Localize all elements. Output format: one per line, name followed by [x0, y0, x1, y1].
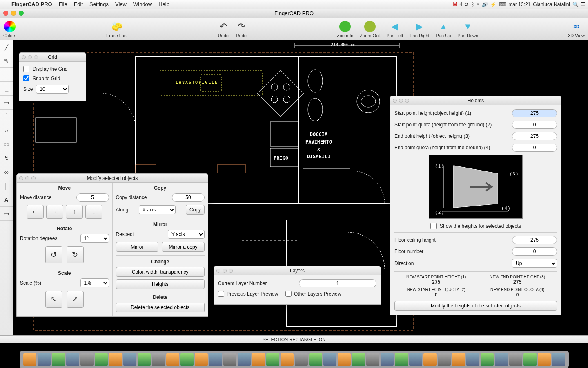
grid-size-select[interactable]: 10: [36, 85, 69, 94]
dock-app-icon[interactable]: [223, 353, 236, 366]
start-quota-input[interactable]: [512, 121, 557, 129]
dock-app-icon[interactable]: [109, 353, 122, 366]
dock-app-icon[interactable]: [409, 353, 422, 366]
dock-app-icon[interactable]: [180, 353, 194, 366]
app-name[interactable]: FingerCAD PRO: [8, 1, 56, 7]
pan-left-button[interactable]: ◀ Pan Left: [386, 21, 403, 38]
tool-infinite[interactable]: ∞: [0, 165, 13, 179]
copy-distance-input[interactable]: [172, 193, 205, 202]
pan-up-button[interactable]: ▲ Pan Up: [436, 21, 451, 38]
rotate-cw-button[interactable]: ↻: [67, 246, 84, 263]
panel-titlebar[interactable]: Layers: [214, 266, 381, 275]
tool-circle[interactable]: ○: [0, 123, 13, 137]
move-right-button[interactable]: →: [46, 205, 63, 219]
pan-right-button[interactable]: ▶ Pan Right: [410, 21, 429, 38]
dock-app-icon[interactable]: [366, 353, 379, 366]
dock-app-icon[interactable]: [281, 353, 294, 366]
dock-app-icon[interactable]: [538, 353, 551, 366]
panel-titlebar[interactable]: Heights: [390, 96, 561, 105]
dock-app-icon[interactable]: [66, 353, 79, 366]
zoom-in-button[interactable]: ＋ Zoom In: [337, 21, 353, 38]
dock-app-icon[interactable]: [323, 353, 336, 366]
dock-app-icon[interactable]: [338, 353, 351, 366]
clock[interactable]: mar 13:21: [508, 2, 530, 7]
zoom-out-button[interactable]: － Zoom Out: [360, 21, 380, 38]
change-color-button[interactable]: Color, width, transparency: [116, 267, 205, 277]
redo-button[interactable]: ↷ Redo: [236, 21, 247, 38]
dock-app-icon[interactable]: [38, 353, 51, 366]
change-heights-button[interactable]: Heights: [116, 279, 205, 289]
scale-down-button[interactable]: ⤡: [45, 291, 62, 308]
dock-app-icon[interactable]: [152, 353, 165, 366]
menu-view[interactable]: View: [112, 1, 130, 7]
scale-select[interactable]: 1%: [80, 278, 109, 287]
menu-edit[interactable]: Edit: [71, 1, 86, 7]
spotlight-icon[interactable]: 🔍: [572, 2, 579, 7]
dock-app-icon[interactable]: [423, 353, 437, 366]
tool-freehand[interactable]: ✎: [0, 54, 13, 68]
modify-heights-button[interactable]: Modify the heights of the selected objec…: [394, 301, 557, 311]
menu-window[interactable]: Window: [130, 1, 155, 7]
gmail-icon[interactable]: M: [453, 2, 457, 7]
copy-button[interactable]: Copy: [186, 205, 205, 215]
volume-icon[interactable]: 🔊: [482, 2, 488, 7]
tool-ellipse[interactable]: ⬭: [0, 137, 13, 151]
respect-select[interactable]: Y axis: [168, 230, 205, 239]
panel-titlebar[interactable]: Grid: [19, 53, 86, 62]
tool-polyline[interactable]: ↯: [0, 151, 13, 165]
dock-app-icon[interactable]: [495, 353, 508, 366]
erase-last-button[interactable]: 🧽 Erase Last: [106, 21, 128, 38]
notification-icon[interactable]: ☰: [581, 2, 586, 7]
move-down-button[interactable]: ↓: [85, 205, 102, 219]
undo-button[interactable]: ↶ Undo: [218, 21, 229, 38]
dock-app-icon[interactable]: [481, 353, 494, 366]
dock-app-icon[interactable]: [523, 353, 537, 366]
menu-file[interactable]: File: [56, 1, 71, 7]
pan-down-button[interactable]: ▼ Pan Down: [457, 21, 478, 38]
dock-app-icon[interactable]: [138, 353, 151, 366]
show-heights-checkbox[interactable]: [430, 223, 437, 229]
along-select[interactable]: X axis: [139, 205, 176, 214]
dock-app-icon[interactable]: [23, 353, 36, 366]
move-up-button[interactable]: ↑: [66, 205, 83, 219]
input-icon[interactable]: ⌨: [499, 2, 506, 7]
dock-app-icon[interactable]: [509, 353, 522, 366]
dock-app-icon[interactable]: [166, 353, 179, 366]
dock-app-icon[interactable]: [252, 353, 265, 366]
menu-settings[interactable]: Settings: [86, 1, 112, 7]
dock-app-icon[interactable]: [466, 353, 479, 366]
dock-app-icon[interactable]: [52, 353, 65, 366]
scale-up-button[interactable]: ⤢: [67, 291, 84, 308]
dock-app-icon[interactable]: [123, 353, 136, 366]
rotation-select[interactable]: 1°: [80, 234, 109, 243]
end-height-input[interactable]: [512, 132, 557, 140]
dock-app-icon[interactable]: [552, 353, 565, 366]
menu-help[interactable]: Help: [155, 1, 173, 7]
other-layers-checkbox[interactable]: [285, 291, 292, 297]
floor-number-input[interactable]: [512, 247, 557, 256]
tool-line[interactable]: ╱: [0, 40, 13, 54]
bluetooth-icon[interactable]: ᛒ: [471, 2, 474, 7]
delete-button[interactable]: Delete the selected objects: [116, 303, 205, 312]
tool-dimension[interactable]: ╫: [0, 179, 13, 193]
tool-wall[interactable]: ⎯: [0, 82, 13, 96]
direction-select[interactable]: Up: [512, 259, 557, 268]
mirror-button[interactable]: Mirror: [116, 242, 159, 252]
move-left-button[interactable]: ←: [27, 205, 44, 219]
dock-app-icon[interactable]: [195, 353, 208, 366]
dock-app-icon[interactable]: [95, 353, 108, 366]
mirror-copy-button[interactable]: Mirror a copy: [162, 242, 205, 252]
dock-app-icon[interactable]: [238, 353, 251, 366]
current-layer-input[interactable]: [299, 279, 376, 287]
tool-arc[interactable]: ⌒: [0, 110, 13, 123]
dock-app-icon[interactable]: [395, 353, 408, 366]
user-name[interactable]: Gianluca Natalini: [533, 2, 570, 7]
tool-select[interactable]: ▭: [0, 207, 13, 221]
minimize-icon[interactable]: [11, 11, 16, 16]
tool-rect[interactable]: ▭: [0, 96, 13, 110]
start-height-input[interactable]: [512, 109, 557, 117]
dock-app-icon[interactable]: [309, 353, 322, 366]
end-quota-input[interactable]: [512, 144, 557, 152]
colors-button[interactable]: Colors: [3, 21, 16, 38]
canvas-area[interactable]: ╱ ✎ 〰 ⎯ ▭ ⌒ ○ ⬭ ↯ ∞ ╫ A ▭: [0, 40, 588, 335]
